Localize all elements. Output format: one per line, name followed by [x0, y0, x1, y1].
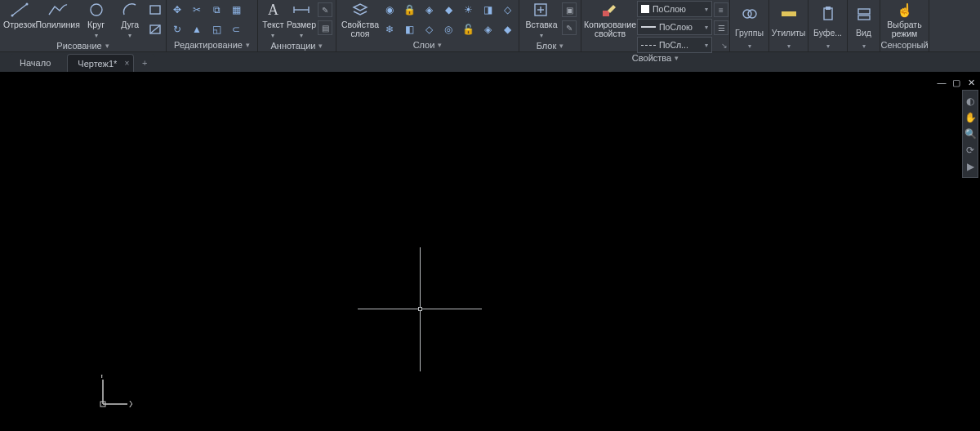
chevron-down-icon: ▾: [826, 42, 830, 50]
chevron-down-icon: ▾: [705, 6, 708, 13]
layer-tool-5-icon[interactable]: ◈: [421, 2, 436, 17]
panel-clipboard[interactable]: Буфе... ▾: [808, 0, 848, 51]
lineweight-dropdown[interactable]: ПоСлою ▾: [637, 19, 712, 35]
groups-icon: [740, 5, 760, 23]
panel-block: Вставка ▾ ▣ ✎ Блок ▾: [519, 0, 581, 51]
nav-pan-icon[interactable]: ✋: [964, 112, 976, 123]
crosshair-center: [418, 307, 422, 311]
layer-lock-icon[interactable]: 🔒: [402, 2, 416, 17]
chevron-down-icon: ▾: [705, 24, 708, 31]
layer-thaw-icon[interactable]: ☀: [461, 2, 475, 17]
panel-view[interactable]: Вид ▾: [848, 0, 880, 51]
rectangle-icon[interactable]: [148, 2, 163, 17]
layer-properties-label: Свойства слоя: [340, 20, 381, 38]
dimension-icon: [290, 1, 313, 19]
trim-icon[interactable]: ✂: [189, 2, 204, 17]
block-edit-icon[interactable]: ✎: [562, 20, 577, 35]
svg-rect-17: [826, 7, 831, 10]
layer-tool-13-icon[interactable]: ◇: [500, 2, 514, 17]
restore-icon[interactable]: ▢: [951, 77, 962, 88]
arc-button[interactable]: Дуга ▾: [114, 1, 146, 39]
layer-on-icon[interactable]: ◎: [441, 22, 456, 37]
chevron-down-icon: ▾: [559, 42, 564, 50]
tab-drawing-1[interactable]: Чертеж1* ×: [67, 54, 134, 72]
line-label: Отрезок: [3, 20, 36, 29]
move-icon[interactable]: ✥: [170, 2, 185, 17]
panel-properties-title[interactable]: Свойства ▾: [585, 53, 726, 63]
polyline-button[interactable]: Полилиния: [38, 1, 78, 29]
arc-icon: [118, 1, 141, 19]
close-icon[interactable]: ×: [124, 59, 129, 68]
nav-zoom-icon[interactable]: 🔍: [964, 128, 976, 140]
array-icon[interactable]: ▦: [229, 2, 243, 17]
svg-point-2: [91, 4, 102, 16]
minimize-icon[interactable]: —: [936, 77, 947, 88]
lineweight-icon: [641, 26, 656, 28]
arc-label: Дуга: [121, 20, 139, 29]
line-button[interactable]: Отрезок: [3, 1, 36, 29]
layer-tool-7-icon[interactable]: ◆: [441, 2, 456, 17]
dialog-launcher-icon[interactable]: ↘: [721, 42, 728, 50]
match-properties-label: Копирование свойств: [584, 20, 636, 38]
layer-isolate-icon[interactable]: ◨: [480, 2, 495, 17]
layer-tool-14-icon[interactable]: ◆: [500, 22, 514, 37]
leader-icon[interactable]: ✎: [318, 2, 332, 17]
panel-edit-title[interactable]: Редактирование ▾: [170, 38, 254, 51]
nav-orbit-icon[interactable]: ⟳: [964, 144, 976, 156]
draw-extra-icons: [148, 1, 163, 38]
tab-new[interactable]: +: [134, 54, 155, 72]
props-small-1-icon[interactable]: ≡: [714, 2, 728, 17]
svg-point-1: [25, 3, 28, 6]
offset-icon[interactable]: ⊂: [229, 22, 243, 37]
copy-icon[interactable]: ⧉: [209, 2, 224, 17]
tab-home[interactable]: Начало: [10, 54, 67, 72]
layer-freeze-icon[interactable]: ❄: [382, 22, 397, 37]
layer-tool-12-icon[interactable]: ◈: [480, 22, 495, 37]
panel-draw-title[interactable]: Рисование ▾: [3, 39, 163, 51]
close-doc-icon[interactable]: ✕: [965, 77, 977, 88]
dimension-button[interactable]: Размер ▾: [287, 1, 316, 39]
panel-groups[interactable]: Группы ▾: [730, 0, 769, 51]
layer-match-icon[interactable]: ◧: [402, 22, 416, 37]
block-create-icon[interactable]: ▣: [562, 2, 577, 17]
chevron-down-icon: ▾: [748, 42, 751, 50]
panel-annotation-title[interactable]: Аннотации ▾: [261, 39, 332, 51]
view-icon: [854, 5, 874, 23]
chevron-down-icon: ▾: [705, 42, 708, 49]
chevron-down-icon: ▾: [271, 32, 274, 39]
table-icon[interactable]: ▤: [318, 20, 332, 35]
svg-rect-15: [782, 11, 796, 16]
layer-tool-6-icon[interactable]: ◇: [421, 22, 436, 37]
chevron-down-icon: ▾: [787, 42, 791, 50]
panel-block-title[interactable]: Блок ▾: [523, 39, 577, 51]
hatch-icon[interactable]: [148, 22, 163, 37]
ucs-x-label: X: [129, 399, 132, 409]
panel-layers-title[interactable]: Слои ▾: [340, 38, 515, 51]
scale-icon[interactable]: ◱: [209, 22, 224, 37]
insert-button[interactable]: Вставка ▾: [523, 1, 560, 39]
panel-utilities[interactable]: Утилиты ▾: [769, 0, 808, 51]
props-small-2-icon[interactable]: ☰: [714, 20, 728, 35]
touch-icon: ☝: [893, 1, 916, 19]
nav-wheel-icon[interactable]: ◐: [964, 96, 976, 107]
ribbon: Отрезок Полилиния Круг ▾ Дуга ▾: [0, 0, 980, 52]
drawing-canvas[interactable]: Y X: [0, 72, 980, 431]
touch-mode-button[interactable]: ☝ Выбрать режим: [884, 1, 925, 38]
circle-label: Круг: [87, 20, 105, 29]
layer-properties-button[interactable]: Свойства слоя: [340, 1, 381, 38]
clipboard-icon: [818, 5, 838, 23]
layer-unlock-icon[interactable]: 🔓: [461, 22, 475, 37]
chevron-down-icon: ▾: [300, 32, 303, 39]
color-dropdown[interactable]: ПоСлою ▾: [637, 1, 712, 17]
text-button[interactable]: A Текст ▾: [261, 1, 285, 39]
layers-icon: [349, 1, 372, 19]
match-properties-button[interactable]: Копирование свойств: [585, 1, 635, 38]
rotate-icon[interactable]: ↻: [170, 22, 185, 37]
nav-showmotion-icon[interactable]: ▶: [964, 161, 976, 172]
layer-off-icon[interactable]: ◉: [382, 2, 397, 17]
linetype-dropdown[interactable]: ПоСл... ▾: [637, 37, 712, 53]
circle-button[interactable]: Круг ▾: [80, 1, 113, 39]
panel-touch: ☝ Выбрать режим Сенсорный: [880, 0, 929, 51]
chevron-down-icon: ▾: [675, 54, 679, 62]
mirror-icon[interactable]: ▲: [189, 22, 204, 37]
